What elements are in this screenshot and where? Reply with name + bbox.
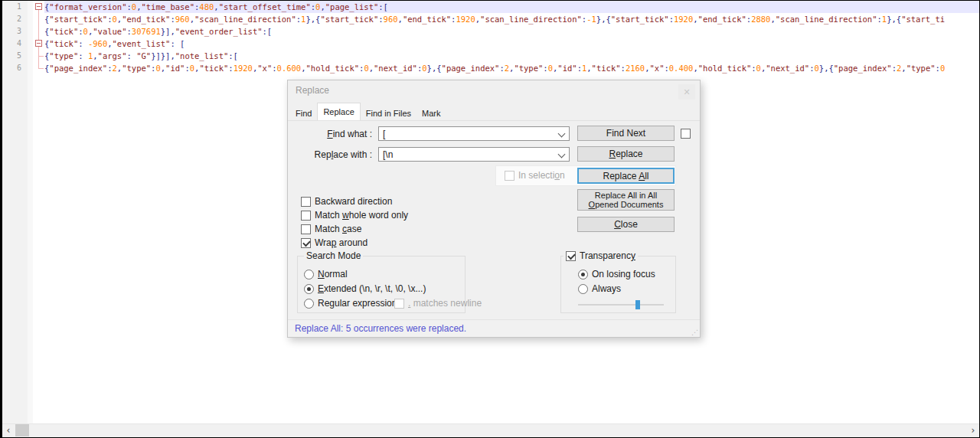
code-line[interactable]: 4{"tick": -960,"event_list": [ [2,38,979,50]
wrap-around-row: Wrap around [301,237,368,248]
resize-grip-icon[interactable]: ⋰ [691,329,698,336]
search-mode-extended-row: Extended (\n, \r, \t, \0, \x...) [304,283,426,294]
replace-all-opened-button[interactable]: Replace All in All Opened Documents [577,189,675,211]
find-what-value: [ [383,129,385,139]
scroll-right-icon[interactable]: › [967,424,979,436]
code-line[interactable]: 5{"type": 1,"args": "G"}]}],"note_list":… [2,50,979,62]
search-mode-regex-row: Regular expression [304,298,397,309]
code-line[interactable]: 2{"start_tick":0,"end_tick":960,"scan_li… [2,13,979,25]
in-selection-label: In selection [518,170,565,181]
code-line-text[interactable]: {"tick":0,"value":307691}],"event_order_… [44,25,979,38]
scroll-left-icon[interactable]: ‹ [2,424,15,436]
bookmark-cell [28,62,33,74]
regex-label: Regular expression [318,298,397,309]
match-whole-word-row: Match whole word only [301,210,408,221]
matches-newline-label: . matches newline [408,298,482,309]
slider-track [578,304,664,306]
chevron-down-icon[interactable] [558,130,566,138]
transparency-row: Transparency [564,250,638,261]
always-row: Always [578,283,621,294]
find-next-button[interactable]: Find Next [577,126,675,141]
on-losing-focus-row: On losing focus [578,269,655,279]
replace-dialog: Replace ✕ Find Replace Find in Files Mar… [287,80,701,338]
backward-direction-label: Backward direction [315,196,392,207]
regex-radio[interactable] [304,299,314,309]
tab-replace[interactable]: Replace [317,103,360,120]
wrap-around-checkbox[interactable] [301,238,311,248]
search-mode-normal-row: Normal [304,269,348,279]
always-label: Always [592,283,621,294]
on-losing-focus-label: On losing focus [592,269,655,279]
fold-line-icon [33,50,44,62]
tab-find-in-files[interactable]: Find in Files [361,106,416,120]
always-radio[interactable] [578,284,588,294]
replace-with-label: Replace with : [288,149,372,160]
replace-with-value: [\n [383,149,393,160]
line-number: 3 [2,25,28,38]
code-line-text[interactable]: {"tick": -960,"event_list": [ [44,38,979,50]
in-selection-checkbox[interactable] [505,171,514,181]
transparency-slider[interactable] [578,300,664,309]
code-line[interactable]: 6{"page_index":2,"type":0,"id":0,"tick":… [2,62,979,74]
find-what-combobox[interactable]: [ [378,126,570,141]
code-line[interactable]: 3{"tick":0,"value":307691}],"event_order… [2,25,979,38]
slider-thumb[interactable] [635,300,640,309]
dialog-title: Replace [296,85,329,96]
dialog-status-bar: Replace All: 5 occurrences were replaced… [288,319,700,337]
match-whole-word-label: Match whole word only [315,210,408,221]
line-number: 6 [2,62,28,74]
close-icon[interactable]: ✕ [678,84,695,100]
code-line-text[interactable]: {"format_version":0,"time_base":480,"sta… [44,1,979,13]
line-number: 1 [2,1,28,13]
tab-find[interactable]: Find [290,106,317,120]
search-mode-group: Search Mode Normal Extended (\n, \r, \t,… [297,256,466,313]
match-whole-word-checkbox[interactable] [301,211,311,221]
code-line-text[interactable]: {"type": 1,"args": "G"}]}],"note_list":[ [44,50,979,62]
on-losing-focus-radio[interactable] [578,270,588,279]
code-line[interactable]: 1{"format_version":0,"time_base":480,"st… [2,1,979,13]
replace-with-combobox[interactable]: [\n [378,147,570,162]
backward-direction-row: Backward direction [301,196,392,207]
dialog-tabs: Find Replace Find in Files Mark [290,103,446,120]
code-line-text[interactable]: {"start_tick":0,"end_tick":960,"scan_lin… [44,13,979,25]
chevron-down-icon[interactable] [558,151,566,159]
replace-all-button[interactable]: Replace All [577,168,675,184]
bookmark-cell [28,1,33,13]
notepad-window: 1{"format_version":0,"time_base":480,"st… [0,0,980,438]
transparency-checkbox[interactable] [566,251,576,261]
match-case-label: Match case [315,224,361,234]
bookmark-cell [28,50,33,62]
status-message: Replace All: 5 occurrences were replaced… [295,323,466,334]
close-button[interactable]: Close [577,217,675,232]
two-buttons-mode-checkbox[interactable] [681,129,691,139]
normal-radio[interactable] [304,270,314,279]
extended-radio[interactable] [304,284,314,294]
search-mode-group-label: Search Mode [304,250,363,261]
tab-separator [288,120,700,121]
line-number: 2 [2,13,28,25]
matches-newline-row: . matches newline [394,298,482,309]
fold-line-icon [33,62,44,74]
scroll-thumb[interactable] [15,424,29,436]
fold-toggle-icon[interactable] [33,1,44,13]
extended-label: Extended (\n, \r, \t, \0, \x...) [318,283,426,294]
code-line-text[interactable]: {"page_index":2,"type":0,"id":0,"tick":1… [44,62,979,74]
normal-label: Normal [318,269,348,279]
fold-toggle-icon[interactable] [33,38,44,50]
line-number: 4 [2,38,28,50]
match-case-checkbox[interactable] [301,224,311,234]
wrap-around-label: Wrap around [315,237,368,248]
matches-newline-checkbox[interactable] [394,299,404,309]
tab-mark[interactable]: Mark [416,106,446,120]
transparency-label: Transparency [580,250,635,261]
fold-line-icon [33,13,44,25]
match-case-row: Match case [301,224,361,234]
fold-line-icon [33,25,44,38]
find-what-label: Find what : [288,129,372,139]
bookmark-cell [28,13,33,25]
horizontal-scrollbar[interactable]: ‹ › [2,423,979,437]
replace-button[interactable]: Replace [577,146,675,162]
code-lines[interactable]: 1{"format_version":0,"time_base":480,"st… [2,1,979,74]
bookmark-cell [28,25,33,38]
backward-direction-checkbox[interactable] [301,197,311,207]
